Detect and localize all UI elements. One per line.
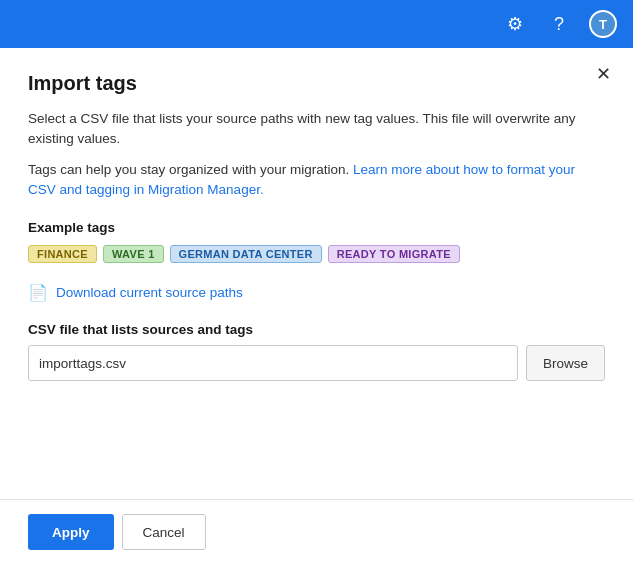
settings-icon[interactable]: ⚙: [501, 10, 529, 38]
document-icon: 📄: [28, 283, 48, 302]
dialog-title: Import tags: [28, 72, 605, 95]
desc2-text: Tags can help you stay organized with yo…: [28, 162, 353, 177]
help-icon[interactable]: ?: [545, 10, 573, 38]
file-input-row: Browse: [28, 345, 605, 381]
browse-button[interactable]: Browse: [526, 345, 605, 381]
tag-finance: FINANCE: [28, 245, 97, 263]
import-tags-dialog: ✕ Import tags Select a CSV file that lis…: [0, 48, 633, 564]
dialog-footer: Apply Cancel: [0, 499, 633, 564]
csv-field-label: CSV file that lists sources and tags: [28, 322, 605, 337]
tag-german-data-center: GERMAN DATA CENTER: [170, 245, 322, 263]
dialog-description-2: Tags can help you stay organized with yo…: [28, 160, 605, 201]
csv-file-input[interactable]: [28, 345, 518, 381]
tag-ready-to-migrate: READY TO MIGRATE: [328, 245, 460, 263]
avatar[interactable]: T: [589, 10, 617, 38]
example-tags-label: Example tags: [28, 220, 605, 235]
example-tags-row: FINANCE WAVE 1 GERMAN DATA CENTER READY …: [28, 245, 605, 263]
download-row: 📄 Download current source paths: [28, 283, 605, 302]
topbar: ⚙ ? T: [0, 0, 633, 48]
tag-wave1: WAVE 1: [103, 245, 164, 263]
close-button[interactable]: ✕: [589, 60, 617, 88]
cancel-button[interactable]: Cancel: [122, 514, 206, 550]
download-link[interactable]: Download current source paths: [56, 285, 243, 300]
apply-button[interactable]: Apply: [28, 514, 114, 550]
dialog-description-1: Select a CSV file that lists your source…: [28, 109, 605, 150]
